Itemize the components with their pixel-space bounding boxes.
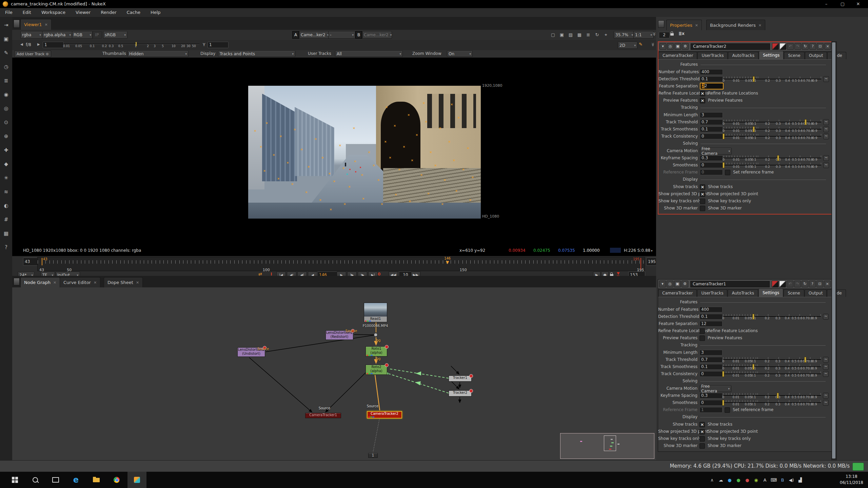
- track-smoothness-field[interactable]: 0.1: [700, 126, 723, 132]
- range-start-field[interactable]: 43: [23, 258, 38, 266]
- track-consistency-slider[interactable]: 00.010.050.10.20.30.40.50.60.70.80.9: [724, 134, 821, 139]
- node-viewer1[interactable]: 1: [368, 453, 378, 458]
- detection-threshold-slider[interactable]: 00.010.050.10.20.30.40.50.60.70.80.9: [723, 314, 821, 320]
- show-tracks-checkbox[interactable]: ×: [699, 422, 705, 427]
- info-dropdown-icon[interactable]: ▾: [651, 247, 653, 255]
- tab-node[interactable]: Node: [827, 52, 846, 59]
- tab-close-icon[interactable]: ×: [53, 280, 56, 285]
- wipe-icon[interactable]: ▨: [567, 31, 574, 39]
- track-consistency-field[interactable]: 0: [700, 134, 723, 139]
- tab-node-graph[interactable]: Node Graph×: [20, 277, 60, 287]
- gain-cursor[interactable]: [136, 42, 137, 46]
- menu-item-workspace[interactable]: Workspace: [36, 8, 71, 17]
- animation-curve-button[interactable]: ~: [823, 76, 829, 82]
- next-aperture-icon[interactable]: ▶: [37, 42, 40, 46]
- node-graph-canvas[interactable]: Read1 P1000046.MP4 LensDistortion1(Redis…: [12, 287, 656, 460]
- close-panel-icon[interactable]: ×: [824, 281, 831, 287]
- keyframe-spacing-slider[interactable]: 00.010.050.10.20.30.40.50.60.70.80.9: [723, 393, 821, 399]
- animation-curve-button[interactable]: ~: [823, 314, 829, 320]
- number-of-features-field[interactable]: 400: [700, 69, 723, 75]
- smoothness-slider[interactable]: 00.010.050.10.20.30.40.50.60.70.80.9: [724, 162, 821, 168]
- toolbar-color-icon[interactable]: ◉: [2, 90, 10, 99]
- zoom-window-dropdown[interactable]: On: [447, 50, 473, 57]
- toolbar-transform-icon[interactable]: ✚: [2, 146, 10, 154]
- show-key-tracks-only-checkbox[interactable]: [700, 199, 705, 204]
- minimum-length-field[interactable]: 3: [699, 350, 723, 355]
- camera-motion-dropdown[interactable]: Free Camera: [700, 148, 732, 155]
- out-marker[interactable]: [640, 258, 641, 269]
- properties-tab-close-icon[interactable]: ×: [695, 23, 698, 27]
- track-smoothness-field[interactable]: 0.1: [699, 364, 723, 370]
- chrome-icon[interactable]: [107, 472, 126, 488]
- tray-app-blue-icon[interactable]: ●: [726, 472, 734, 488]
- smoothness-field[interactable]: 0: [699, 400, 723, 406]
- tab-output[interactable]: Output: [805, 52, 827, 59]
- tab-settings[interactable]: Settings: [758, 288, 783, 297]
- slider-handle[interactable]: [804, 357, 806, 363]
- track-threshold-slider[interactable]: 00.010.050.10.20.30.40.50.60.70.80.9: [723, 357, 821, 363]
- menu-item-cache[interactable]: Cache: [122, 8, 145, 17]
- animation-curve-button[interactable]: ~: [823, 393, 829, 399]
- onedrive-icon[interactable]: ☁: [717, 472, 725, 488]
- node-roto1[interactable]: Roto1(alpha): [366, 346, 387, 357]
- tab-cameratracker[interactable]: CameraTracker: [658, 52, 697, 59]
- tray-app-red-icon[interactable]: ●: [743, 472, 751, 488]
- toolbar-metadata-icon[interactable]: #: [2, 216, 10, 224]
- add-user-track-button[interactable]: Add User Track ⊕: [14, 50, 51, 57]
- lock-panels-icon[interactable]: [670, 32, 674, 37]
- toolbar-particles-icon[interactable]: ✳: [2, 174, 10, 182]
- toolbar-keyer-icon[interactable]: ⊙: [2, 118, 10, 126]
- toolbar-deep-icon[interactable]: ≋: [2, 188, 10, 196]
- preview-features-checkbox[interactable]: ×: [700, 98, 705, 103]
- track-threshold-field[interactable]: 0.7: [699, 357, 723, 363]
- node-tracker1[interactable]: Tracker1: [449, 375, 472, 382]
- gl-color-swatch[interactable]: [779, 281, 786, 287]
- collapse-icon[interactable]: ▾: [659, 43, 666, 50]
- toolbar-draw-icon[interactable]: ✎: [2, 49, 10, 57]
- tab-close-icon[interactable]: ×: [136, 280, 139, 285]
- menu-item-render[interactable]: Render: [96, 8, 121, 17]
- slider-handle[interactable]: [777, 393, 779, 399]
- tab-background-renders[interactable]: Background Renders×: [706, 20, 765, 30]
- taskbar-clock[interactable]: 13:18 06/11/2018: [840, 473, 863, 486]
- tab-curve-editor[interactable]: Curve Editor×: [60, 277, 100, 287]
- node-roto2[interactable]: Roto2(alpha): [366, 365, 387, 375]
- viewer-2d3d-dropdown[interactable]: 2D: [618, 42, 637, 49]
- toolbar-other-icon[interactable]: ?: [2, 243, 10, 251]
- undo-icon[interactable]: ↶: [787, 43, 794, 50]
- update-icon[interactable]: ↻: [593, 31, 601, 39]
- show-tracks-checkbox[interactable]: ×: [700, 184, 705, 190]
- smoothness-field[interactable]: 0: [700, 162, 723, 168]
- tab-dope-sheet[interactable]: Dope Sheet×: [104, 277, 143, 287]
- animation-curve-button[interactable]: ~: [823, 155, 829, 161]
- slider-handle[interactable]: [722, 400, 724, 406]
- keyframe-spacing-field[interactable]: 0.3: [700, 155, 723, 161]
- timeline-ruler[interactable]: 435010015019543195▼146: [37, 257, 645, 271]
- preview-features-checkbox[interactable]: [699, 336, 705, 341]
- tab-settings[interactable]: Settings: [759, 51, 784, 59]
- slider-handle[interactable]: [723, 162, 725, 168]
- tray-expand-icon[interactable]: ∧: [708, 472, 716, 488]
- toolbar-channel-icon[interactable]: ≣: [2, 77, 10, 85]
- viewer-tab-close-icon[interactable]: ×: [44, 22, 47, 27]
- pane-menu-icon[interactable]: [14, 278, 20, 285]
- node-cameratracker2[interactable]: CameraTracker2: [367, 411, 402, 419]
- node-name-field[interactable]: CameraTracker2: [691, 43, 770, 50]
- slider-handle[interactable]: [722, 371, 724, 377]
- node-name-field[interactable]: CameraTracker1: [690, 281, 770, 287]
- in-marker[interactable]: [42, 258, 42, 265]
- wrench-icon[interactable]: ⚙: [682, 43, 689, 50]
- track-smoothness-slider[interactable]: 00.010.050.10.20.30.40.50.60.70.80.9: [723, 364, 821, 370]
- zoom-level-dropdown[interactable]: 35.7%: [614, 31, 635, 39]
- set-reference-frame-checkbox[interactable]: [725, 170, 730, 175]
- prev-aperture-icon[interactable]: ◀: [20, 42, 23, 46]
- slider-handle[interactable]: [723, 134, 725, 139]
- background-renders-tab-close-icon[interactable]: ×: [758, 23, 762, 27]
- menu-item-edit[interactable]: Edit: [18, 8, 36, 17]
- animation-curve-button[interactable]: ~: [823, 134, 829, 139]
- center-node-icon[interactable]: ◎: [667, 43, 674, 50]
- tray-app-green-icon[interactable]: ●: [734, 472, 743, 488]
- search-button[interactable]: [26, 472, 45, 488]
- toolbar-filter-icon[interactable]: ◎: [2, 104, 10, 113]
- slider-handle[interactable]: [805, 119, 807, 125]
